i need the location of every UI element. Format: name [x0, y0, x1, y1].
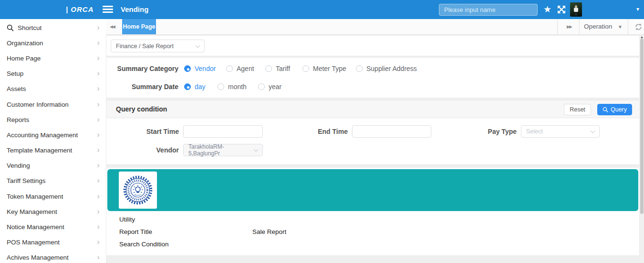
scrollbar-thumb[interactable]: [640, 39, 644, 214]
chevron-right-icon: ›: [97, 223, 100, 231]
top-header: | ORCA Vending ★ ▾: [0, 0, 644, 19]
tabs-scroll-right-icon[interactable]: ▶▶: [567, 19, 571, 34]
brand-logo: | ORCA: [66, 0, 94, 19]
start-time-label: Start Time: [106, 125, 179, 138]
sidebar-item-tariff-settings[interactable]: Tariff Settings›: [0, 173, 106, 189]
summary-category-row: Summary Category Vendor Agent Tariff Met…: [106, 63, 639, 74]
query-condition-form: Start Time End Time Pay Type Select Vend…: [106, 118, 639, 164]
query-condition-card: Query condition Reset Query Start Time E…: [106, 101, 639, 164]
utility-label: Utility: [119, 216, 135, 223]
report-title-value: Sale Report: [252, 228, 286, 235]
summary-date-row: Summary Date day month year: [106, 81, 639, 92]
radio-selected-icon: [184, 83, 191, 90]
sidebar-item-accounting-management[interactable]: Accounting Management›: [0, 127, 106, 142]
sidebar-item-notice-management[interactable]: Notice Management›: [0, 219, 106, 234]
pay-type-select[interactable]: Select: [521, 125, 600, 138]
end-time-label: End Time: [275, 125, 348, 138]
radio-icon: [356, 65, 363, 72]
report-banner: [107, 169, 638, 211]
search-icon: [7, 24, 14, 31]
query-condition-title: Query condition: [116, 101, 167, 118]
search-input[interactable]: [439, 4, 538, 16]
vendor-select[interactable]: TarakholaRM-5,BaglungPr: [183, 144, 263, 156]
sidebar-item-assets[interactable]: Assets›: [0, 81, 106, 97]
sidebar-item-shortcut[interactable]: Shortcut ›: [0, 20, 106, 35]
operation-dropdown[interactable]: Operation ▼: [584, 19, 623, 34]
favorite-star-icon[interactable]: ★: [543, 4, 551, 15]
radio-option-meter-type[interactable]: Meter Type: [302, 63, 346, 74]
sidebar-item-customer-information[interactable]: Customer Information›: [0, 97, 106, 112]
reset-button[interactable]: Reset: [564, 104, 591, 115]
report-type-select-value: Finance / Sale Report: [116, 43, 174, 50]
radio-option-tariff[interactable]: Tariff: [265, 63, 290, 74]
utility-seal-icon: [120, 173, 156, 207]
search-condition-row: Search Condition: [119, 241, 625, 250]
main-content: Finance / Sale Report Summary Category V…: [106, 35, 644, 263]
radio-icon: [265, 65, 272, 72]
sidebar-item-pos-management[interactable]: POS Management›: [0, 235, 106, 250]
summary-date-label: Summary Date: [106, 81, 178, 92]
fullscreen-icon[interactable]: [557, 5, 566, 14]
radio-option-vendor[interactable]: Vendor: [184, 63, 216, 74]
search-icon: [602, 107, 608, 112]
refresh-icon[interactable]: [634, 23, 643, 31]
chevron-right-icon: ›: [97, 207, 100, 215]
sidebar-item-achives-management[interactable]: Achives Management›: [0, 250, 106, 263]
chevron-right-icon: ›: [97, 192, 100, 200]
tabs-scroll-left-icon[interactable]: ◀◀: [110, 19, 114, 34]
chevron-down-icon: [591, 129, 595, 133]
radio-option-day[interactable]: day: [184, 81, 206, 92]
chevron-right-icon: ›: [97, 253, 100, 261]
radio-option-supplier-address[interactable]: Supplier Address: [356, 63, 417, 74]
query-condition-header: Query condition Reset Query: [106, 101, 639, 118]
chevron-right-icon: ›: [97, 100, 100, 108]
tab-home-page[interactable]: Home Page: [122, 19, 156, 34]
chevron-right-icon: ›: [97, 176, 100, 184]
chevron-down-icon: ▼: [618, 24, 623, 30]
sidebar-item-token-management[interactable]: Token Management›: [0, 189, 106, 204]
utility-logo: [119, 172, 157, 209]
search-condition-label: Search Condition: [119, 241, 169, 248]
report-title-label: Report Title: [119, 228, 152, 235]
user-menu-caret-icon[interactable]: ▾: [636, 6, 639, 12]
sidebar-item-setup[interactable]: Setup›: [0, 66, 106, 81]
sidebar-item-home-page[interactable]: Home Page›: [0, 51, 106, 66]
report-select-card: Finance / Sale Report: [106, 36, 639, 56]
chevron-right-icon: ›: [97, 39, 100, 47]
utility-row: Utility: [119, 216, 625, 225]
sidebar-item-template-management[interactable]: Template Management›: [0, 143, 106, 158]
sidebar-item-vending[interactable]: Vending›: [0, 158, 106, 173]
menu-toggle-icon[interactable]: [103, 6, 113, 13]
report-title-row: Report Title Sale Report: [119, 228, 625, 238]
chevron-right-icon: ›: [97, 54, 100, 62]
chevron-right-icon: ›: [97, 23, 100, 31]
radio-selected-icon: [184, 65, 191, 72]
vendor-select-value: TarakholaRM-5,BaglungPr: [188, 143, 251, 157]
vendor-label: Vendor: [106, 144, 179, 156]
radio-option-month[interactable]: month: [218, 81, 247, 92]
sidebar-item-key-management[interactable]: Key Management›: [0, 204, 106, 219]
divider: [557, 19, 558, 34]
end-time-input[interactable]: [352, 125, 431, 138]
query-button[interactable]: Query: [597, 104, 632, 115]
chevron-right-icon: ›: [97, 84, 100, 92]
radio-option-year[interactable]: year: [258, 81, 281, 92]
radio-icon: [226, 65, 233, 72]
summary-options-card: Summary Category Vendor Agent Tariff Met…: [106, 58, 639, 98]
chevron-right-icon: ›: [97, 238, 100, 246]
radio-icon: [302, 65, 309, 72]
report-type-select[interactable]: Finance / Sale Report: [111, 40, 205, 52]
pay-type-label: Pay Type: [444, 125, 517, 138]
sidebar: Shortcut › Organization› Home Page› Setu…: [0, 19, 106, 263]
avatar[interactable]: [570, 2, 582, 17]
app-title: Vending: [121, 0, 148, 19]
report-preview-card: Utility Report Title Sale Report Search …: [106, 168, 639, 255]
vertical-scrollbar[interactable]: ▲: [640, 35, 644, 263]
chevron-right-icon: ›: [97, 146, 100, 154]
start-time-input[interactable]: [183, 125, 263, 138]
tab-bar: ◀◀ Home Page ▶▶ Operation ▼: [106, 19, 644, 35]
sidebar-item-reports[interactable]: Reports›: [0, 112, 106, 127]
chevron-right-icon: ›: [97, 131, 100, 139]
radio-option-agent[interactable]: Agent: [226, 63, 254, 74]
sidebar-item-organization[interactable]: Organization›: [0, 35, 106, 51]
